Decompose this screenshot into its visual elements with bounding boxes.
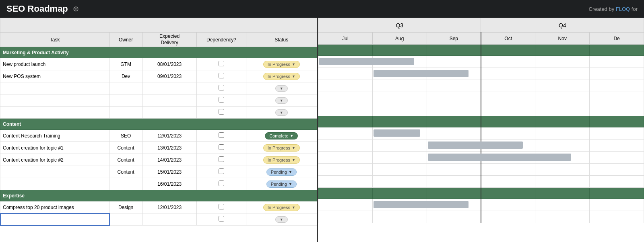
status-badge[interactable]: In Progress ▼ xyxy=(263,156,300,164)
gantt-cell xyxy=(590,211,644,223)
dropdown-arrow-icon: ▼ xyxy=(292,146,295,150)
gantt-cell xyxy=(372,127,427,139)
gantt-cell xyxy=(318,176,373,188)
status-badge-empty[interactable]: ▼ xyxy=(275,216,288,223)
table-row: Content creation for topic #1Content13/0… xyxy=(0,142,317,154)
status-cell: In Progress ▼ xyxy=(246,58,317,70)
gantt-cell xyxy=(318,56,373,68)
dependency-checkbox[interactable] xyxy=(219,156,224,162)
owner-cell: GTM xyxy=(109,58,142,70)
owner-cell xyxy=(109,94,142,107)
status-badge[interactable]: In Progress ▼ xyxy=(263,144,300,152)
task-table: Task Owner Expected Delivery Dependency?… xyxy=(0,18,317,226)
gantt-cell xyxy=(590,56,644,68)
gantt-data-row xyxy=(318,104,644,116)
dependency-checkbox[interactable] xyxy=(219,144,224,150)
gantt-cell xyxy=(590,152,644,164)
status-badge[interactable]: In Progress ▼ xyxy=(263,73,300,80)
jul-header: Jul xyxy=(318,33,373,45)
section-header-row: Content xyxy=(0,119,317,130)
dependency-cell xyxy=(197,94,246,107)
gantt-data-row xyxy=(318,56,644,68)
gantt-cell xyxy=(372,80,427,92)
gantt-cell xyxy=(481,56,535,68)
table-row: ▼ xyxy=(0,107,317,119)
task-cell xyxy=(0,82,109,94)
gantt-cell xyxy=(318,92,373,104)
gantt-cell xyxy=(318,199,373,211)
gantt-cell xyxy=(590,199,644,211)
aug-header: Aug xyxy=(372,33,427,45)
gantt-cell xyxy=(372,139,427,152)
delivery-cell: 09/01/2023 xyxy=(142,70,197,82)
gantt-cell xyxy=(481,68,535,80)
status-badge-empty[interactable]: ▼ xyxy=(275,85,288,92)
gantt-data-row xyxy=(318,139,644,152)
gantt-cell xyxy=(481,152,535,164)
status-badge-empty[interactable]: ▼ xyxy=(275,97,288,104)
app-icon: ⊕ xyxy=(73,4,79,13)
gantt-cell xyxy=(372,68,427,80)
gantt-cell xyxy=(590,80,644,92)
task-cell: New POS system xyxy=(0,70,109,82)
gantt-cell xyxy=(318,45,373,56)
status-badge[interactable]: Pending ▼ xyxy=(266,180,297,188)
gantt-cell xyxy=(535,152,590,164)
status-badge[interactable]: In Progress ▼ xyxy=(263,61,300,68)
gantt-cell xyxy=(535,56,590,68)
dependency-cell xyxy=(197,154,246,166)
task-cell: Content Research Training xyxy=(0,130,109,142)
gantt-cell xyxy=(535,164,590,176)
gantt-cell xyxy=(427,211,481,223)
delivery-cell xyxy=(142,213,197,226)
gantt-cell xyxy=(318,68,373,80)
status-badge-empty[interactable]: ▼ xyxy=(275,109,288,116)
table-row: 16/01/2023Pending ▼ xyxy=(0,178,317,190)
app-wrapper: SEO Roadmap ⊕ Created by FLOQ for Task xyxy=(0,0,644,242)
dependency-cell xyxy=(197,178,246,190)
creator-link[interactable]: FLOQ xyxy=(616,6,630,12)
dropdown-arrow-icon: ▼ xyxy=(292,205,295,209)
dec-header: De xyxy=(590,33,644,45)
gantt-cell xyxy=(535,68,590,80)
status-badge[interactable]: Pending ▼ xyxy=(266,168,297,176)
dependency-checkbox[interactable] xyxy=(219,204,224,209)
dependency-checkbox[interactable] xyxy=(219,97,224,103)
gantt-cell xyxy=(372,92,427,104)
dependency-checkbox[interactable] xyxy=(219,85,224,90)
status-cell: In Progress ▼ xyxy=(246,154,317,166)
dropdown-arrow-icon: ▼ xyxy=(292,62,295,66)
gantt-cell xyxy=(372,176,427,188)
status-badge[interactable]: Complete ▼ xyxy=(265,132,298,139)
gantt-data-row xyxy=(318,176,644,188)
dependency-checkbox[interactable] xyxy=(219,109,224,115)
status-cell: ▼ xyxy=(246,213,317,226)
gantt-cell xyxy=(535,176,590,188)
dependency-checkbox[interactable] xyxy=(219,180,224,186)
gantt-cell xyxy=(535,80,590,92)
gantt-cell xyxy=(590,164,644,176)
dependency-checkbox[interactable] xyxy=(219,216,224,221)
dependency-checkbox[interactable] xyxy=(219,132,224,138)
gantt-cell xyxy=(590,188,644,199)
owner-cell xyxy=(109,82,142,94)
status-badge[interactable]: In Progress ▼ xyxy=(263,204,300,211)
status-col-header: Status xyxy=(246,33,317,47)
gantt-cell xyxy=(318,116,373,127)
gantt-cell xyxy=(535,92,590,104)
dependency-checkbox[interactable] xyxy=(219,73,224,78)
gantt-section-row xyxy=(318,45,644,56)
table-row: New POS systemDev09/01/2023In Progress ▼ xyxy=(0,70,317,82)
gantt-cell xyxy=(535,139,590,152)
left-table: Task Owner Expected Delivery Dependency?… xyxy=(0,18,318,242)
dependency-cell xyxy=(197,142,246,154)
gantt-cell xyxy=(427,176,481,188)
gantt-cell xyxy=(481,139,535,152)
gantt-cell xyxy=(372,104,427,116)
dependency-checkbox[interactable] xyxy=(219,61,224,66)
gantt-data-row xyxy=(318,164,644,176)
table-row: Content15/01/2023Pending ▼ xyxy=(0,166,317,178)
table-row: Content Research TrainingSEO12/01/2023Co… xyxy=(0,130,317,142)
status-cell: ▼ xyxy=(246,107,317,119)
dependency-checkbox[interactable] xyxy=(219,168,224,174)
